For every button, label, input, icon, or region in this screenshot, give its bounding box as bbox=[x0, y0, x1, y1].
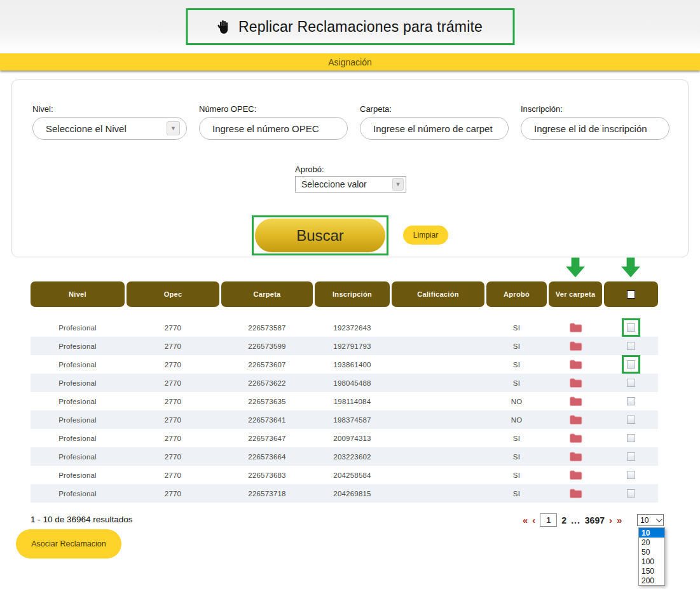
page: Replicar Reclamaciones para trámite Asig… bbox=[0, 0, 700, 589]
cell-nivel: Profesional bbox=[31, 484, 125, 503]
page-size-option[interactable]: 150 bbox=[639, 566, 664, 576]
table-header-row: Nivel Opec Carpeta Inscripción Calificac… bbox=[31, 281, 658, 307]
prev-page-button[interactable]: ‹ bbox=[532, 515, 535, 525]
cell-inscripcion: 200974313 bbox=[315, 429, 390, 447]
cell-carpeta: 226573647 bbox=[221, 429, 313, 447]
cell-calificacion bbox=[392, 355, 484, 374]
cell-inscripcion: 192372643 bbox=[315, 318, 390, 337]
cell-inscripcion: 198374587 bbox=[315, 410, 390, 429]
buscar-button[interactable]: Buscar bbox=[255, 219, 385, 252]
select-all-checkbox[interactable] bbox=[627, 290, 635, 299]
row-checkbox[interactable] bbox=[627, 379, 635, 387]
col-header-inscripcion: Inscripción bbox=[315, 281, 390, 307]
cell-aprobo: SI bbox=[486, 429, 547, 447]
page-size-option[interactable]: 200 bbox=[639, 576, 664, 585]
page-size-option[interactable]: 100 bbox=[639, 557, 664, 566]
cell-inscripcion: 204269815 bbox=[315, 484, 390, 503]
row-checkbox-highlight bbox=[622, 484, 640, 503]
cell-inscripcion: 192791793 bbox=[315, 337, 390, 355]
pagination: « ‹ 1 2 ... 3697 › » bbox=[523, 513, 622, 527]
cell-aprobo: SI bbox=[486, 466, 547, 484]
opec-input-wrap bbox=[199, 117, 348, 140]
inscripcion-input[interactable] bbox=[534, 123, 662, 134]
folder-icon[interactable] bbox=[549, 484, 602, 503]
row-checkbox[interactable] bbox=[627, 323, 635, 332]
first-page-button[interactable]: « bbox=[523, 515, 528, 525]
hand-icon bbox=[217, 20, 231, 34]
limpiar-button[interactable]: Limpiar bbox=[403, 226, 448, 245]
row-checkbox-highlight bbox=[622, 447, 640, 466]
results-table: Nivel Opec Carpeta Inscripción Calificac… bbox=[31, 281, 658, 503]
table-row: Profesional 2770 226573635 198114084 NO bbox=[31, 392, 658, 410]
page-title: Replicar Reclamaciones para trámite bbox=[238, 18, 483, 36]
page-2-link[interactable]: 2 bbox=[561, 515, 566, 525]
cell-opec: 2770 bbox=[127, 410, 219, 429]
carpeta-input-wrap bbox=[360, 117, 509, 140]
col-header-aprobo: Aprobó bbox=[486, 281, 547, 307]
page-size-option[interactable]: 50 bbox=[639, 547, 664, 557]
cell-calificacion bbox=[392, 429, 484, 447]
last-page-button[interactable]: » bbox=[617, 515, 622, 525]
cell-inscripcion: 193861400 bbox=[315, 355, 390, 374]
aprobo-selected-value: Seleccione valor bbox=[301, 179, 367, 189]
filter-nivel: Nivel: Seleccione el Nivel ▼ bbox=[32, 104, 187, 140]
inscripcion-label: Inscripción: bbox=[521, 104, 669, 114]
row-checkbox-highlight bbox=[622, 355, 640, 374]
row-checkbox[interactable] bbox=[627, 434, 635, 442]
aprobo-label: Aprobó: bbox=[295, 165, 406, 174]
cell-nivel: Profesional bbox=[31, 337, 125, 355]
row-checkbox[interactable] bbox=[627, 489, 635, 498]
current-page-box[interactable]: 1 bbox=[540, 513, 557, 527]
folder-icon[interactable] bbox=[549, 318, 602, 337]
folder-icon[interactable] bbox=[549, 410, 602, 429]
filter-opec: Número OPEC: bbox=[199, 104, 348, 140]
last-page-link[interactable]: 3697 bbox=[585, 515, 605, 525]
row-checkbox-highlight bbox=[622, 318, 640, 337]
table-row: Profesional 2770 226573622 198045488 SI bbox=[31, 374, 658, 392]
carpeta-label: Carpeta: bbox=[360, 104, 509, 114]
table-body: Profesional 2770 226573587 192372643 SI bbox=[31, 318, 658, 503]
chevron-down-icon[interactable]: ▼ bbox=[167, 121, 180, 135]
cell-inscripcion: 198114084 bbox=[315, 392, 390, 410]
col-header-select-all bbox=[604, 281, 658, 307]
opec-input[interactable] bbox=[212, 123, 341, 134]
row-checkbox[interactable] bbox=[627, 471, 635, 479]
down-arrow-icon bbox=[620, 256, 642, 279]
folder-icon[interactable] bbox=[549, 429, 602, 447]
row-checkbox[interactable] bbox=[627, 360, 635, 369]
cell-opec: 2770 bbox=[127, 484, 219, 503]
cell-opec: 2770 bbox=[127, 318, 219, 337]
opec-label: Número OPEC: bbox=[199, 104, 348, 114]
next-page-button[interactable]: › bbox=[609, 515, 612, 525]
cell-inscripcion: 203223602 bbox=[315, 447, 390, 466]
inscripcion-input-wrap bbox=[521, 117, 669, 140]
row-checkbox[interactable] bbox=[627, 452, 635, 461]
filter-inscripcion: Inscripción: bbox=[521, 104, 669, 140]
row-checkbox[interactable] bbox=[627, 416, 635, 424]
row-checkbox[interactable] bbox=[627, 342, 635, 350]
folder-icon[interactable] bbox=[549, 355, 602, 374]
nivel-select[interactable]: Seleccione el Nivel ▼ bbox=[32, 117, 187, 140]
cell-aprobo: SI bbox=[486, 337, 547, 355]
col-header-ver-carpeta: Ver carpeta bbox=[549, 281, 602, 307]
folder-icon[interactable] bbox=[549, 447, 602, 466]
cell-carpeta: 226573664 bbox=[221, 447, 313, 466]
cell-carpeta: 226573683 bbox=[221, 466, 313, 484]
folder-icon[interactable] bbox=[549, 374, 602, 392]
folder-icon[interactable] bbox=[549, 392, 602, 410]
cell-opec: 2770 bbox=[127, 392, 219, 410]
chevron-down-icon bbox=[656, 516, 662, 522]
page-size-option[interactable]: 10 bbox=[639, 528, 664, 538]
table-row: Profesional 2770 226573607 193861400 SI bbox=[31, 355, 658, 374]
aprobo-select[interactable]: Seleccione valor ▼ bbox=[295, 176, 406, 193]
row-checkbox-highlight bbox=[622, 466, 640, 484]
chevron-down-icon[interactable]: ▼ bbox=[392, 178, 404, 191]
folder-icon[interactable] bbox=[549, 466, 602, 484]
carpeta-input[interactable] bbox=[373, 123, 502, 134]
page-size-select[interactable]: 10 bbox=[637, 514, 664, 526]
row-checkbox[interactable] bbox=[627, 397, 635, 405]
page-size-option[interactable]: 20 bbox=[639, 538, 664, 547]
asociar-reclamacion-button[interactable]: Asociar Reclamacion bbox=[16, 529, 121, 559]
cell-calificacion bbox=[392, 410, 484, 429]
folder-icon[interactable] bbox=[549, 337, 602, 355]
